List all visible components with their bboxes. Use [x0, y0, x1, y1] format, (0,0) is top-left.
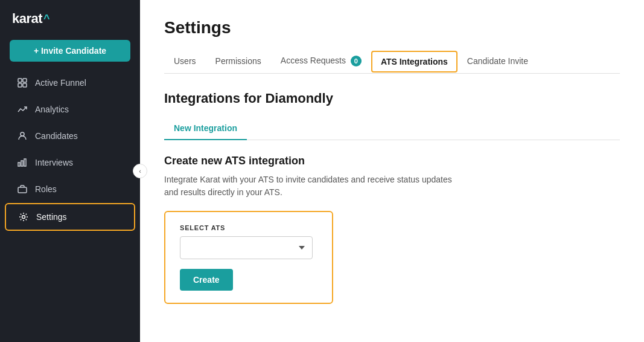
app-logo: karat^ — [0, 0, 140, 36]
sidebar-item-label: Active Funnel — [35, 78, 86, 88]
sidebar-item-analytics[interactable]: Analytics — [5, 97, 135, 122]
grid-icon — [17, 77, 28, 88]
sidebar-item-label: Interviews — [35, 158, 73, 167]
svg-rect-1 — [23, 79, 27, 82]
svg-rect-6 — [21, 161, 23, 166]
bar-chart-icon — [17, 157, 28, 168]
tab-access-requests[interactable]: Access Requests 0 — [271, 50, 371, 74]
create-ats-title: Create new ATS integration — [164, 155, 620, 167]
select-ats-label: SELECT ATS — [180, 224, 317, 231]
sidebar-item-label: Analytics — [35, 105, 69, 114]
logo-text: karat — [12, 11, 42, 27]
section-title: Integrations for Diamondly — [164, 91, 620, 106]
svg-rect-3 — [23, 83, 27, 87]
tab-candidate-invite[interactable]: Candidate Invite — [457, 50, 538, 73]
settings-tabs: Users Permissions Access Requests 0 ATS … — [164, 50, 620, 74]
svg-point-4 — [21, 132, 24, 136]
page-title: Settings — [164, 18, 620, 37]
access-requests-badge: 0 — [351, 56, 362, 66]
sidebar-item-label: Candidates — [35, 131, 78, 141]
sub-tabs: New Integration — [164, 117, 620, 140]
main-content: Settings Users Permissions Access Reques… — [140, 0, 644, 342]
ats-form-box: SELECT ATS Create — [164, 211, 333, 304]
sidebar-item-settings[interactable]: Settings — [5, 203, 135, 231]
ats-select[interactable] — [180, 236, 313, 259]
suitcase-icon — [17, 184, 28, 195]
svg-rect-2 — [18, 83, 22, 87]
tab-permissions[interactable]: Permissions — [206, 50, 271, 73]
tab-ats-integrations[interactable]: ATS Integrations — [371, 51, 457, 73]
trending-up-icon — [17, 104, 28, 115]
person-icon — [17, 131, 28, 141]
svg-rect-0 — [18, 79, 22, 82]
create-button[interactable]: Create — [180, 269, 233, 291]
sidebar-item-candidates[interactable]: Candidates — [5, 123, 135, 149]
svg-point-9 — [22, 216, 25, 219]
sidebar-item-interviews[interactable]: Interviews — [5, 150, 135, 175]
sidebar-item-label: Settings — [36, 212, 67, 222]
svg-rect-7 — [24, 159, 26, 166]
sidebar-item-label: Roles — [35, 184, 57, 194]
sidebar-toggle-button[interactable]: ‹ — [133, 164, 147, 178]
svg-rect-8 — [18, 187, 27, 193]
svg-rect-5 — [18, 163, 20, 166]
sidebar-item-active-funnel[interactable]: Active Funnel — [5, 70, 135, 95]
invite-candidate-button[interactable]: + Invite Candidate — [10, 40, 130, 62]
gear-icon — [18, 211, 29, 222]
sub-tab-new-integration[interactable]: New Integration — [164, 117, 247, 140]
tab-users[interactable]: Users — [164, 50, 206, 73]
sidebar-item-roles[interactable]: Roles — [5, 176, 135, 202]
sidebar: karat^ + Invite Candidate Active Funnel … — [0, 0, 140, 342]
chevron-left-icon: ‹ — [139, 167, 141, 175]
create-ats-description: Integrate Karat with your ATS to invite … — [164, 173, 454, 199]
logo-caret: ^ — [43, 13, 49, 25]
